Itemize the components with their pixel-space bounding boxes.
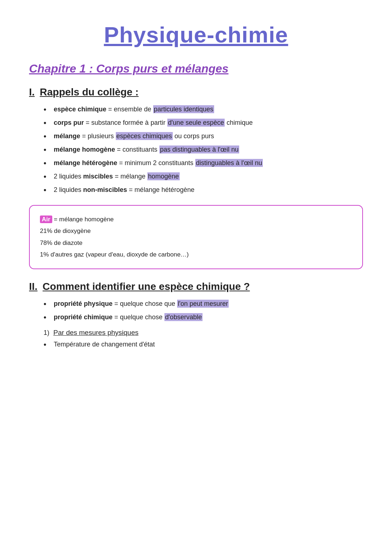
term-melange-homogene: mélange homogène	[54, 146, 115, 153]
section-1-roman: I.	[29, 86, 35, 98]
term-propriete-physique: propriété physique	[54, 300, 113, 307]
highlight-particules: particules identiques	[153, 105, 214, 113]
highlight-homogene: homogène	[147, 172, 180, 180]
term-propriete-chimique: propriété chimique	[54, 313, 113, 321]
section-1-label: Rappels du collège :	[40, 86, 139, 98]
subsection-number: 1)	[44, 329, 49, 336]
term-non-miscibles: non-miscibles	[83, 186, 127, 193]
info-line-3: 78% de diazote	[40, 237, 352, 249]
section-2-title: II. Comment identifier une espèce chimiq…	[29, 281, 363, 292]
highlight-observable: d'observable	[164, 313, 203, 321]
term-corps-pur: corps pur	[54, 119, 84, 126]
list-item: propriété physique = quelque chose que l…	[44, 299, 363, 309]
page-title: Physique-chimie	[29, 22, 363, 48]
section-2-label: Comment identifier une espèce chimique ?	[42, 281, 250, 292]
highlight-distinguables: distinguables à l'œil nu	[195, 159, 263, 167]
section-2: II. Comment identifier une espèce chimiq…	[29, 281, 363, 349]
section-2-roman: II.	[29, 281, 37, 292]
highlight-pas-distinguables: pas distinguables à l'œil nu	[159, 145, 240, 153]
air-label: Air	[40, 216, 52, 223]
bullet-text: = mélange hétérogène	[129, 186, 195, 193]
list-item: Température de changement d'état	[44, 340, 363, 349]
term-melange-heterogene: mélange hétérogène	[54, 159, 117, 167]
term-miscibles: miscibles	[83, 173, 113, 180]
list-item: mélange = plusieurs espèces chimiques ou…	[44, 131, 363, 141]
list-item: espèce chimique = ensemble de particules…	[44, 104, 363, 114]
list-item: corps pur = substance formée à partir d'…	[44, 118, 363, 128]
bullet-text: 2 liquides	[54, 186, 83, 193]
section-2-bullets: propriété physique = quelque chose que l…	[44, 299, 363, 322]
bullet-text: Température de changement d'état	[54, 341, 155, 348]
bullet-text: = ensemble de	[108, 106, 153, 113]
bullet-text: = quelque chose	[114, 313, 164, 321]
info-line-2: 21% de dioxygène	[40, 225, 352, 237]
section-1-title: I. Rappels du collège :	[29, 86, 363, 98]
info-box-air: Air = mélange homogène 21% de dioxygène …	[29, 205, 363, 269]
bullet-text: = minimum 2 constituants	[119, 159, 195, 167]
subsection-1-label: Par des mesures physiques	[53, 329, 138, 336]
list-item: propriété chimique = quelque chose d'obs…	[44, 312, 363, 322]
bullet-text: = plusieurs	[82, 132, 116, 140]
section-1: I. Rappels du collège : espèce chimique …	[29, 86, 363, 269]
highlight-especes: espèces chimiques	[116, 132, 173, 140]
list-item: 2 liquides non-miscibles = mélange hétér…	[44, 185, 363, 195]
section-1-bullets: espèce chimique = ensemble de particules…	[44, 104, 363, 195]
chapter-title: Chapitre 1 : Corps purs et mélanges	[29, 62, 363, 75]
list-item: mélange hétérogène = minimum 2 constitua…	[44, 158, 363, 168]
subsection-1-header: 1) Par des mesures physiques	[44, 329, 363, 337]
bullet-text: = quelque chose que	[114, 300, 177, 307]
term-melange: mélange	[54, 132, 80, 140]
info-line-1: Air = mélange homogène	[40, 214, 352, 225]
list-item: mélange homogène = constituants pas dist…	[44, 145, 363, 155]
bullet-text: 2 liquides	[54, 173, 83, 180]
info-line-4: 1% d'autres gaz (vapeur d'eau, dioxyde d…	[40, 249, 352, 260]
subsection-1-bullets: Température de changement d'état	[44, 340, 363, 349]
highlight-on-peut-mesurer: l'on peut mesurer	[177, 300, 229, 308]
bullet-text-2: chimique	[226, 119, 253, 126]
bullet-text: = constituants	[117, 146, 159, 153]
highlight-une-seule: d'une seule espèce	[167, 119, 225, 127]
bullet-text: = mélange	[115, 173, 147, 180]
list-item: 2 liquides miscibles = mélange homogène	[44, 172, 363, 181]
term-espece-chimique: espèce chimique	[54, 106, 106, 113]
bullet-text-2: ou corps purs	[175, 132, 214, 140]
info-text: = mélange homogène	[54, 216, 114, 223]
bullet-text: = substance formée à partir	[86, 119, 167, 126]
